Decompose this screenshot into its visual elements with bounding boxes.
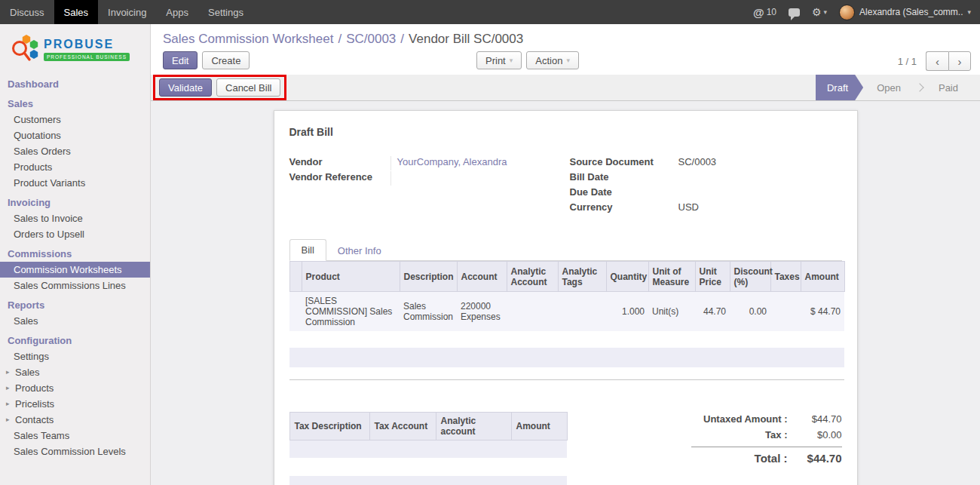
activity-menu[interactable]: @ 10 xyxy=(753,6,776,19)
col-header-discount[interactable]: Discount (%) xyxy=(730,262,770,292)
sidebar-item-sales-commissions-lines[interactable]: Sales Commissions Lines xyxy=(0,278,150,293)
sidebar-item-quotations[interactable]: Quotations xyxy=(0,127,150,143)
pager-next-button[interactable]: › xyxy=(948,51,971,71)
validate-button-label: Validate xyxy=(168,82,203,94)
record-pager: 1 / 1 ‹ › xyxy=(898,51,971,71)
sidebar-heading-dashboard[interactable]: Dashboard xyxy=(0,76,150,92)
sidebar-heading-configuration[interactable]: Configuration xyxy=(0,333,150,348)
col-header-analytic-account[interactable]: Analytic Account xyxy=(507,262,558,292)
status-paid[interactable]: Paid xyxy=(929,75,968,100)
sidebar-item-config-sales-teams[interactable]: Sales Teams xyxy=(0,428,150,444)
sidebar-item-commission-worksheets[interactable]: Commission Worksheets xyxy=(0,262,150,278)
sidebar-heading-invoicing[interactable]: Invoicing xyxy=(0,195,150,210)
sidebar-item-config-sales-commission-levels[interactable]: Sales Commission Levels xyxy=(0,444,150,459)
probuse-logo[interactable]: PROBUSE PROFESSIONAL BUSINESS xyxy=(0,24,150,72)
col-header-taxes[interactable]: Taxes xyxy=(770,262,801,292)
currency-value: USD xyxy=(678,201,842,214)
action-dropdown-button[interactable]: Action▾ xyxy=(526,51,579,69)
sidebar-heading-reports[interactable]: Reports xyxy=(0,297,150,313)
tax-lines-table: Tax Description Tax Account Analytic acc… xyxy=(289,412,568,485)
validate-button[interactable]: Validate xyxy=(159,78,212,97)
menu-sales[interactable]: Sales xyxy=(54,0,99,24)
pager-previous-button[interactable]: ‹ xyxy=(926,51,948,71)
chevron-left-icon: ‹ xyxy=(936,55,939,68)
sidebar-item-product-variants[interactable]: Product Variants xyxy=(0,175,150,191)
edit-button[interactable]: Edit xyxy=(163,51,198,69)
debug-menu[interactable]: ⚙ ▾ xyxy=(812,6,827,18)
col-header-tax-account[interactable]: Tax Account xyxy=(369,412,436,440)
sidebar-item-customers[interactable]: Customers xyxy=(0,112,150,127)
cell-unit-price: 44.70 xyxy=(695,292,730,332)
col-header-tax-amount[interactable]: Amount xyxy=(511,412,567,440)
col-header-amount[interactable]: Amount xyxy=(801,262,844,292)
sidebar-item-sales-orders[interactable]: Sales Orders xyxy=(0,143,150,159)
col-header-unit-price[interactable]: Unit Price xyxy=(695,262,730,292)
breadcrumb-link-record[interactable]: SC/0003 xyxy=(346,32,396,46)
user-menu[interactable]: Alexandra (Sales_comm.. ▾ xyxy=(839,5,971,20)
sidebar-item-orders-to-upsell[interactable]: Orders to Upsell xyxy=(0,226,150,242)
col-header-quantity[interactable]: Quantity xyxy=(606,262,648,292)
sidebar-item-config-pricelists[interactable]: ▸Pricelists xyxy=(0,396,150,412)
vendor-label: Vendor xyxy=(289,156,390,167)
tab-other-info[interactable]: Other Info xyxy=(326,241,393,261)
vendor-value[interactable]: YourCompany, Alexandra xyxy=(390,156,561,170)
col-header-product[interactable]: Product xyxy=(302,262,400,292)
cell-product: [SALES COMMISSION] Sales Commission xyxy=(302,292,400,332)
create-button-label: Create xyxy=(211,55,240,66)
menu-apps[interactable]: Apps xyxy=(156,0,198,24)
edit-button-label: Edit xyxy=(172,55,188,66)
sidebar: PROBUSE PROFESSIONAL BUSINESS Dashboard … xyxy=(0,24,151,485)
totals-block: Untaxed Amount : $44.70 Tax : $0.00 Tota… xyxy=(691,412,842,469)
col-header-unit-of-measure[interactable]: Unit of Measure xyxy=(648,262,695,292)
breadcrumb-link-worksheet[interactable]: Sales Commission Worksheet xyxy=(163,32,333,46)
create-button[interactable]: Create xyxy=(202,51,250,69)
at-icon: @ xyxy=(753,6,764,19)
sidebar-item-label: Sales to Invoice xyxy=(14,213,83,224)
empty-line-row xyxy=(289,367,844,379)
sidebar-item-sales-to-invoice[interactable]: Sales to Invoice xyxy=(0,210,150,226)
sidebar-item-config-contacts[interactable]: ▸Contacts xyxy=(0,412,150,428)
menu-settings[interactable]: Settings xyxy=(198,0,253,24)
control-panel-buttons: Edit Create Print▾ Action▾ 1 / 1 ‹ › xyxy=(163,51,971,71)
invoice-line-row[interactable]: [SALES COMMISSION] Sales Commission Sale… xyxy=(289,292,844,332)
pager-count: 1 / 1 xyxy=(898,56,917,67)
sidebar-item-label: Sales Teams xyxy=(14,430,69,441)
print-dropdown-button[interactable]: Print▾ xyxy=(476,51,522,69)
status-draft[interactable]: Draft xyxy=(816,75,863,100)
col-header-tax-analytic-account[interactable]: Analytic account xyxy=(436,412,511,440)
sidebar-heading-sales[interactable]: Sales xyxy=(0,96,150,112)
handle-column-header xyxy=(289,262,302,292)
cell-taxes xyxy=(770,292,801,332)
source-document-value: SC/0003 xyxy=(678,156,842,169)
tab-bill[interactable]: Bill xyxy=(289,239,326,261)
col-header-analytic-tags[interactable]: Analytic Tags xyxy=(558,262,606,292)
cell-analytic-tags xyxy=(558,292,606,332)
sidebar-item-label: Pricelists xyxy=(15,398,54,410)
sidebar-item-reports-sales[interactable]: Sales xyxy=(0,313,150,329)
cancel-bill-button[interactable]: Cancel Bill xyxy=(216,78,280,97)
sidebar-item-config-products[interactable]: ▸Products xyxy=(0,380,150,396)
caret-down-icon: ▾ xyxy=(824,8,828,16)
menu-invoicing[interactable]: Invoicing xyxy=(98,0,156,24)
sidebar-item-config-settings[interactable]: Settings xyxy=(0,348,150,364)
sidebar-heading-commissions[interactable]: Commissions xyxy=(0,246,150,262)
col-header-description[interactable]: Description xyxy=(400,262,457,292)
app-window: Discuss Sales Invoicing Apps Settings @ … xyxy=(0,0,980,485)
status-open[interactable]: Open xyxy=(867,75,911,100)
messages-icon[interactable] xyxy=(789,8,800,17)
col-header-tax-description[interactable]: Tax Description xyxy=(289,412,369,440)
sidebar-item-products[interactable]: Products xyxy=(0,159,150,175)
source-document-label: Source Document xyxy=(570,156,678,167)
sidebar-item-config-sales[interactable]: ▸Sales xyxy=(0,364,150,380)
user-name: Alexandra (Sales_comm.. xyxy=(859,7,963,17)
col-header-account[interactable]: Account xyxy=(457,262,507,292)
control-panel: Sales Commission Worksheet/SC/0003/Vendo… xyxy=(151,24,980,75)
menu-discuss[interactable]: Discuss xyxy=(0,0,54,24)
lines-table-header-row: Product Description Account Analytic Acc… xyxy=(289,262,844,292)
action-button-label: Action xyxy=(535,55,562,66)
sidebar-item-label: Commission Worksheets xyxy=(14,264,122,275)
vendor-reference-value xyxy=(390,171,561,186)
tax-label: Tax : xyxy=(765,429,787,440)
expand-arrow-icon: ▸ xyxy=(6,382,12,394)
form-view-area: Draft Bill Vendor YourCompany, Alexandra… xyxy=(151,101,980,485)
